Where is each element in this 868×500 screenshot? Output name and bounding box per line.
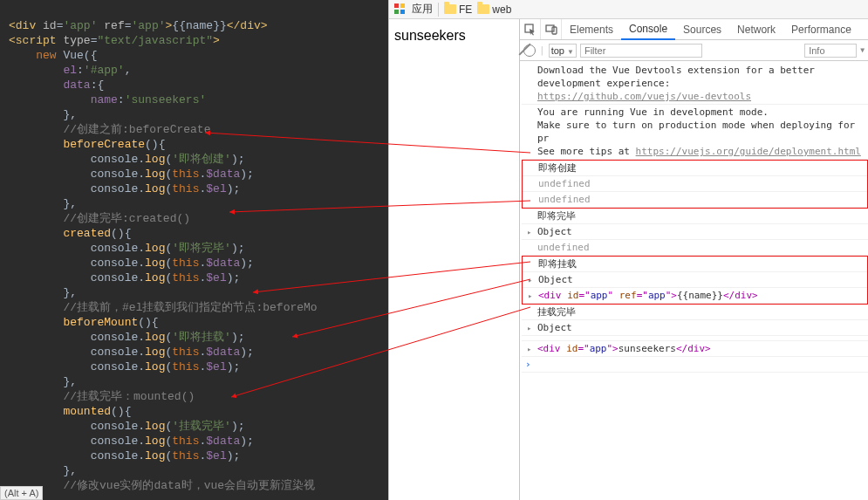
device-icon[interactable]	[541, 19, 562, 39]
page-content: sunseekers	[389, 19, 520, 500]
console-row-object[interactable]: Object	[523, 272, 867, 288]
apps-label[interactable]: 应用	[412, 2, 433, 17]
clear-console-icon[interactable]	[523, 45, 536, 57]
folder-icon	[444, 4, 456, 14]
console-row-el[interactable]: <div id="app">sunseekers</div>	[522, 341, 868, 357]
console-row: You are running Vue in development mode.…	[522, 105, 868, 160]
deploy-link[interactable]: https://vuejs.org/guide/deployment.html	[636, 146, 861, 157]
console-output[interactable]: Download the Vue Devtools extension for …	[520, 61, 868, 500]
context-select[interactable]: top ▼	[549, 44, 577, 58]
tab-elements[interactable]: Elements	[562, 19, 621, 39]
apps-icon[interactable]	[394, 3, 407, 16]
devtools-panel: Elements Console Sources Network Perform…	[520, 19, 868, 500]
console-row-object[interactable]: Object	[522, 320, 868, 336]
code-editor[interactable]: <div id='app' ref='app'>{{name}}</div> <…	[0, 0, 388, 500]
console-row: undefined	[523, 192, 867, 208]
tab-sources[interactable]: Sources	[675, 19, 729, 39]
svg-rect-1	[546, 25, 554, 31]
console-row: 即将完毕	[522, 209, 868, 224]
console-group-beforemount: 即将挂载 Object <div id="app" ref="app">{{na…	[522, 256, 868, 305]
console-row: Download the Vue Devtools extension for …	[522, 63, 868, 105]
console-row: undefined	[522, 240, 868, 256]
devtools-link[interactable]: https://github.com/vuejs/vue-devtools	[537, 91, 751, 102]
chevron-down-icon: ▼	[567, 48, 574, 56]
hotkey-badge: (Alt + A)	[0, 486, 43, 500]
console-prompt[interactable]	[522, 357, 868, 373]
info-input[interactable]	[804, 44, 857, 58]
console-row-object[interactable]: Object	[522, 224, 868, 240]
bookmark-folder-web[interactable]: web	[477, 3, 511, 16]
folder-icon	[477, 4, 489, 14]
console-group-beforecreate: 即将创建 undefined undefined	[522, 160, 868, 209]
tab-network[interactable]: Network	[729, 19, 783, 39]
bookmark-folder-fe[interactable]: FE	[444, 3, 472, 16]
console-row: 即将挂载	[523, 257, 867, 272]
console-toolbar: | top ▼ ▼	[520, 40, 868, 61]
devtools-tabs: Elements Console Sources Network Perform…	[520, 19, 868, 40]
console-row-el[interactable]: <div id="app" ref="app">{{name}}</div>	[523, 288, 867, 304]
inspect-icon[interactable]	[520, 19, 541, 39]
filter-input[interactable]	[580, 44, 702, 58]
console-row: 即将创建	[523, 161, 867, 176]
console-row: 挂载完毕	[522, 305, 868, 320]
chevron-down-icon: ▼	[860, 46, 865, 54]
tab-performance[interactable]: Performance	[783, 19, 859, 39]
bookmarks-bar: 应用 FE web	[389, 0, 868, 19]
console-row: undefined	[523, 176, 867, 192]
tab-console[interactable]: Console	[621, 19, 675, 40]
